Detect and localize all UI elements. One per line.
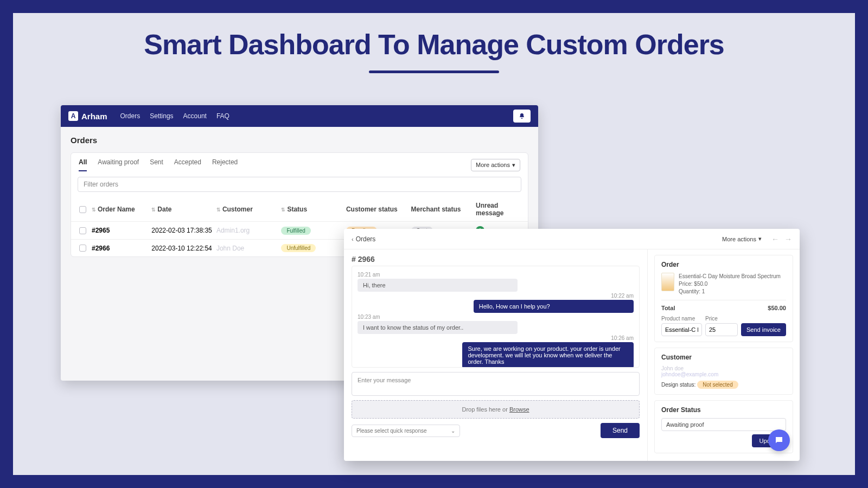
chat-bubble-outgoing: Sure, we are working on your product. yo… [462,342,634,368]
order-name-cell: #2966 [92,245,151,252]
hero-underline [369,70,499,73]
select-all-checkbox[interactable] [79,206,86,213]
status-badge: Unfulfilled [281,244,316,252]
chat-bubble-outgoing: Hello, How can I help you? [474,300,634,313]
brand-logo-icon: A [68,111,78,121]
total-label: Total [661,305,675,311]
orders-tabs: All Awaiting proof Sent Accepted Rejecte… [79,158,238,171]
more-actions-button[interactable]: More actions ▾ [471,159,520,171]
nav-faq[interactable]: FAQ [216,112,229,120]
order-customer-cell: Admin1.org [216,227,282,234]
more-actions-label: More actions [476,162,510,168]
row-checkbox[interactable] [79,227,86,234]
detail-more-actions[interactable]: More actions ▾ [718,233,766,245]
design-status-label: Design status: [661,382,695,388]
sort-icon[interactable]: ⇅ [92,207,96,213]
chat-bubble-incoming: Hi, there [358,279,518,292]
browse-link[interactable]: Browse [509,406,529,413]
brand-name: Arham [81,112,107,121]
msg-timestamp: 10:22 am [358,293,634,299]
tab-sent[interactable]: Sent [150,158,163,171]
product-qty: Quantity: 1 [679,288,781,296]
tab-accepted[interactable]: Accepted [174,158,201,171]
caret-down-icon: ▾ [758,235,762,242]
back-to-orders[interactable]: ‹Orders [352,235,375,243]
brand-logo[interactable]: A Arham [68,111,107,121]
nav-settings[interactable]: Settings [150,112,173,120]
msg-timestamp: 10:26 am [358,335,634,341]
msg-timestamp: 10:21 am [358,272,634,278]
sort-icon[interactable]: ⇅ [281,207,285,213]
order-name-cell: #2965 [92,227,151,234]
total-value: $50.00 [768,305,786,311]
page-title: Orders [71,136,528,145]
order-status-title: Order Status [661,406,786,414]
bell-icon [519,113,525,119]
price-field[interactable] [705,323,738,336]
order-customer-cell: John Doe [216,245,282,252]
order-status-select[interactable]: Awaiting proof [661,418,786,431]
chevron-left-icon: ‹ [352,236,354,242]
msg-timestamp: 10:23 am [358,314,634,320]
customer-name: John doe [661,365,786,371]
customer-card: Customer John doe johndoe@example.com De… [654,348,793,395]
send-invoice-button[interactable]: Send invoice [741,323,786,336]
hero-title: Smart Dashboard To Manage Custom Orders [13,28,855,61]
chat-bubble-incoming: I want to know the status of my order.. [358,321,518,334]
product-thumbnail [661,273,674,291]
file-dropzone[interactable]: Drop files here or Browse [352,400,640,419]
chat-thread[interactable]: 10:21 am Hi, there 10:22 am Hello, How c… [352,266,640,368]
product-name: Essential-C Day Moisture Broad Spectrum [679,273,781,280]
chat-icon [774,435,784,445]
notifications-button[interactable] [513,110,531,123]
order-card-title: Order [661,261,786,268]
row-checkbox[interactable] [79,245,86,252]
tab-all[interactable]: All [79,158,87,171]
order-detail-panel: ‹Orders More actions ▾ ← → # 2966 10:21 … [344,229,800,461]
quick-response-select[interactable]: Please select quick response ⌄ [352,425,460,437]
detail-order-name: # 2966 [352,255,640,264]
next-order-arrow[interactable]: → [784,235,792,243]
price-field-label: Price [705,316,738,322]
order-date-cell: 2022-02-03 17:38:35 [151,227,216,234]
send-button[interactable]: Send [601,423,640,438]
prev-order-arrow[interactable]: ← [771,235,779,243]
app-topbar: A Arham Orders Settings Account FAQ [61,105,538,127]
product-name-field-label: Product name [661,316,702,322]
tab-awaiting-proof[interactable]: Awaiting proof [98,158,139,171]
main-nav: Orders Settings Account FAQ [120,112,229,120]
nav-account[interactable]: Account [183,112,207,120]
nav-orders[interactable]: Orders [120,112,141,120]
order-summary-card: Order Essential-C Day Moisture Broad Spe… [654,255,793,342]
design-status-badge: Not selected [697,381,738,389]
select-caret-icon: ⌄ [451,428,455,434]
sort-icon[interactable]: ⇅ [216,207,221,213]
chat-fab[interactable] [768,429,790,451]
sort-icon[interactable]: ⇅ [151,207,156,213]
order-date-cell: 2022-03-10 12:22:54 [151,245,216,252]
caret-down-icon: ▾ [512,162,515,169]
customer-email: johndoe@example.com [661,371,786,377]
message-input[interactable]: Enter your message [352,372,640,396]
table-header: ⇅Order Name ⇅Date ⇅Customer ⇅Status Cust… [71,197,528,221]
customer-card-title: Customer [661,354,786,361]
filter-orders-input[interactable]: Filter orders [78,177,521,192]
tab-rejected[interactable]: Rejected [212,158,238,171]
status-badge: Fulfilled [281,227,310,235]
product-price: Price: $50.0 [679,280,781,288]
product-name-field[interactable] [661,323,702,336]
